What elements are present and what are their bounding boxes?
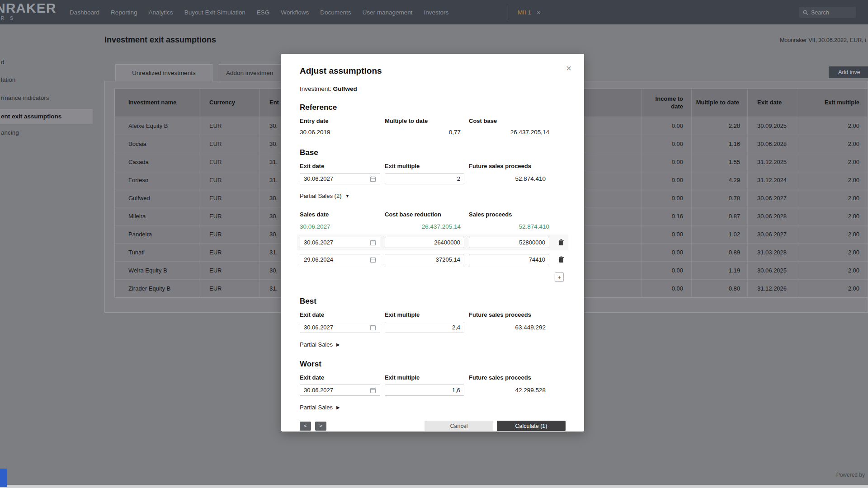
- worst-partial-sales-toggle[interactable]: Partial Sales ▶: [300, 404, 340, 411]
- calendar-icon[interactable]: [370, 257, 376, 263]
- cell-exit-multiple: 2.00: [799, 117, 868, 135]
- tab-unrealized-investments[interactable]: Unrealized investments: [115, 64, 212, 81]
- next-investment-button[interactable]: >: [315, 422, 326, 431]
- best-partial-sales-label: Partial Sales: [300, 341, 333, 348]
- nav-item[interactable]: Buyout Exit Simulation: [184, 9, 245, 16]
- cell-investment-name: Tunati: [115, 244, 199, 261]
- fund-tab-close-icon[interactable]: ×: [537, 9, 541, 16]
- cost-base-label: Cost base: [469, 117, 549, 124]
- add-investment-button[interactable]: Add inve: [829, 66, 868, 78]
- cell-exit-multiple: 2.00: [799, 225, 868, 243]
- cell-exit-multiple: 2.00: [799, 135, 868, 153]
- partial-summary-proceeds: 52.874.410: [469, 223, 549, 230]
- search-icon: [803, 10, 808, 15]
- previous-investment-button[interactable]: <: [300, 422, 311, 431]
- cell-exit-date: 31.12.2026: [748, 280, 799, 297]
- sidebar-item-performance-indicators[interactable]: rmance indicators: [0, 94, 49, 101]
- best-exit-date-label: Exit date: [300, 311, 380, 318]
- cell-exit-date: 31.12.2024: [748, 171, 799, 189]
- active-fund-tab[interactable]: MII 1 ×: [518, 0, 541, 24]
- col-header-currency: Currency: [199, 89, 259, 117]
- best-exit-multiple-input[interactable]: 2,4: [385, 322, 464, 333]
- cell-exit-multiple: 2.00: [799, 207, 868, 225]
- cost-base-reduction-label: Cost base reduction: [385, 211, 464, 218]
- cell-income-to-date: 0.00: [642, 171, 692, 189]
- cell-multiple-to-date: 1.16: [692, 135, 748, 153]
- cell-currency: EUR: [199, 135, 259, 153]
- delete-row-button[interactable]: [557, 256, 566, 263]
- cell-investment-name: Aleixe Equity B: [115, 117, 199, 135]
- trash-icon: [558, 239, 564, 246]
- calendar-icon[interactable]: [370, 176, 376, 182]
- dialog-title: Adjust assumptions: [300, 54, 566, 76]
- worst-exit-date-input[interactable]: 30.06.2027: [300, 385, 380, 396]
- sidebar-item[interactable]: d: [0, 59, 5, 66]
- cell-currency: EUR: [199, 117, 259, 135]
- best-partial-sales-toggle[interactable]: Partial Sales ▶: [300, 341, 340, 348]
- delete-row-button[interactable]: [557, 239, 566, 246]
- partial-sale-date-input[interactable]: 29.06.2024: [300, 254, 380, 265]
- base-partial-sales-toggle[interactable]: Partial Sales (2) ▼: [300, 192, 349, 199]
- nav-item[interactable]: Investors: [424, 9, 449, 16]
- worst-exit-multiple-input[interactable]: 1,6: [385, 385, 464, 396]
- nav-divider: [508, 5, 508, 19]
- calculate-button[interactable]: Calculate (1): [497, 421, 566, 431]
- add-partial-sale-button[interactable]: +: [555, 272, 564, 282]
- partial-sale-reduction-input[interactable]: 26400000: [385, 237, 464, 248]
- cell-multiple-to-date: 0.89: [692, 244, 748, 261]
- cell-income-to-date: 0.00: [642, 280, 692, 297]
- partial-sale-date-input[interactable]: 30.06.2027: [300, 237, 380, 248]
- best-exit-date-input[interactable]: 30.06.2027: [300, 322, 380, 333]
- reference-multiple: 0,77: [385, 129, 464, 136]
- nav-item[interactable]: Documents: [320, 9, 351, 16]
- investment-label: Investment:: [300, 85, 331, 92]
- nav-item[interactable]: Workflows: [281, 9, 309, 16]
- best-heading: Best: [300, 297, 566, 306]
- nav-item[interactable]: ESG: [257, 9, 270, 16]
- cell-investment-name: Mileira: [115, 207, 199, 225]
- nav-item[interactable]: Analytics: [149, 9, 173, 16]
- best-exit-date-value: 30.06.2027: [304, 324, 333, 331]
- calendar-icon[interactable]: [370, 387, 376, 394]
- cell-multiple-to-date: 1.19: [692, 262, 748, 279]
- cell-currency: EUR: [199, 244, 259, 261]
- worst-partial-sales-label: Partial Sales: [300, 404, 333, 411]
- calendar-icon[interactable]: [370, 239, 376, 246]
- partial-summary-reduction: 26.437.205,14: [385, 223, 464, 230]
- search-input[interactable]: Search: [799, 7, 856, 18]
- nav-item[interactable]: Dashboard: [70, 9, 99, 16]
- worst-proceeds-label: Future sales proceeds: [469, 374, 549, 381]
- sidebar-item[interactable]: lation: [0, 76, 15, 83]
- investment-name: Gulfwed: [333, 85, 357, 92]
- base-exit-date-label: Exit date: [300, 163, 380, 169]
- worst-exit-date-value: 30.06.2027: [304, 387, 333, 394]
- sidebar-item[interactable]: ancing: [0, 129, 19, 136]
- cell-currency: EUR: [199, 225, 259, 243]
- sidebar-item-investment-exit-assumptions[interactable]: ent exit assumptions: [0, 109, 93, 124]
- fund-tab-label: MII 1: [518, 9, 531, 16]
- cell-multiple-to-date: 0.80: [692, 280, 748, 297]
- cancel-button[interactable]: Cancel: [425, 421, 493, 431]
- cell-currency: EUR: [199, 171, 259, 189]
- cell-income-to-date: 0.16: [642, 207, 692, 225]
- adjust-assumptions-dialog: × Adjust assumptions Investment: Gulfwed…: [281, 54, 584, 432]
- partial-sale-proceeds-input[interactable]: 52800000: [469, 237, 549, 248]
- base-exit-multiple-label: Exit multiple: [385, 163, 464, 169]
- cell-currency: EUR: [199, 189, 259, 207]
- nav-item[interactable]: Reporting: [111, 9, 137, 16]
- close-icon[interactable]: ×: [566, 64, 571, 73]
- nav-item[interactable]: User management: [363, 9, 413, 16]
- base-exit-date-input[interactable]: 30.06.2027: [300, 173, 380, 184]
- partial-sale-reduction-input[interactable]: 37205,14: [385, 254, 464, 265]
- cell-exit-multiple: 2.00: [799, 189, 868, 207]
- calendar-icon[interactable]: [370, 324, 376, 331]
- cell-income-to-date: 0.00: [642, 244, 692, 261]
- best-exit-multiple-label: Exit multiple: [385, 311, 464, 318]
- reference-cost-base: 26.437.205,14: [469, 129, 549, 136]
- top-navbar: NRAKER R S DashboardReportingAnalyticsBu…: [0, 0, 868, 24]
- base-exit-multiple-input[interactable]: 2: [385, 173, 464, 184]
- trash-icon: [558, 256, 564, 263]
- partial-sale-proceeds-input[interactable]: 74410: [469, 254, 549, 265]
- reference-heading: Reference: [300, 103, 566, 112]
- sales-proceeds-label: Sales proceeds: [469, 211, 549, 218]
